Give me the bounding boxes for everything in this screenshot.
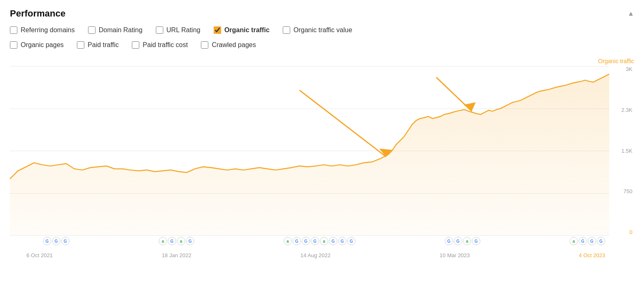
a-badge: a (284, 237, 292, 245)
a-badge: a (570, 237, 578, 245)
checkbox-crawled-pages-label: Crawled pages (212, 41, 256, 49)
checkbox-organic-traffic-label: Organic traffic (224, 26, 270, 34)
chart-y-axis-label: Organic traffic (598, 58, 634, 64)
x-label-mar2023: 10 Mar 2023 (440, 252, 470, 258)
g-badge: G (311, 237, 319, 245)
g-badge: G (588, 237, 596, 245)
x-label-aug2022: 14 Aug 2022 (301, 252, 331, 258)
g-badge: G (329, 237, 337, 245)
a-badge: a (463, 237, 471, 245)
checkbox-organic-traffic[interactable]: Organic traffic (214, 26, 270, 34)
g-badge: G (52, 237, 60, 245)
checkbox-row-2: Organic pages Paid traffic Paid traffic … (10, 41, 634, 54)
svg-line-0 (300, 90, 386, 157)
g-badge: G (61, 237, 69, 245)
checkbox-organic-traffic-value-label: Organic traffic value (293, 26, 352, 34)
checkbox-paid-traffic[interactable]: Paid traffic (77, 41, 119, 49)
checkbox-referring-domains[interactable]: Referring domains (10, 26, 75, 34)
chart-svg (10, 66, 609, 235)
g-badge: G (347, 237, 355, 245)
g-badge: G (293, 237, 301, 245)
g-badge: G (302, 237, 310, 245)
checkbox-crawled-pages-input[interactable] (201, 41, 208, 49)
g-badge: G (597, 237, 605, 245)
x-axis: G G G a G a G a G G G a G G G (10, 235, 609, 260)
g-badge: G (445, 237, 453, 245)
x-label-oct2021: 6 Oct 2021 (26, 252, 53, 258)
chart-area: Organic traffic 3K 2.3K 1.5K 750 0 (10, 58, 634, 260)
checkbox-paid-traffic-label: Paid traffic (88, 41, 119, 49)
x-label-oct2023: 4 Oct 2023 (579, 252, 605, 258)
checkbox-organic-traffic-input[interactable] (214, 26, 221, 34)
checkbox-domain-rating-input[interactable] (88, 26, 95, 34)
checkbox-domain-rating-label: Domain Rating (99, 26, 143, 34)
y-label-2k3: 2.3K (621, 107, 632, 113)
google-badges-aug2022: a G G G a G G G (284, 235, 355, 247)
google-badges-oct2023: a G G G (570, 235, 605, 247)
checkbox-url-rating-input[interactable] (156, 26, 163, 34)
a-badge: a (159, 237, 167, 245)
checkbox-referring-domains-input[interactable] (10, 26, 17, 34)
checkbox-paid-traffic-input[interactable] (77, 41, 84, 49)
g-badge: G (472, 237, 480, 245)
checkbox-crawled-pages[interactable]: Crawled pages (201, 41, 256, 49)
y-label-0: 0 (630, 229, 632, 235)
y-label-3k: 3K (626, 66, 632, 72)
google-badges-mar2023: G G a G (445, 235, 480, 247)
g-badge: G (338, 237, 346, 245)
g-badge: G (43, 237, 51, 245)
checkbox-organic-pages-input[interactable] (10, 41, 17, 49)
checkbox-organic-pages[interactable]: Organic pages (10, 41, 64, 49)
y-axis: 3K 2.3K 1.5K 750 0 (613, 66, 634, 235)
page-header: Performance ▲ (10, 8, 634, 19)
checkbox-referring-domains-label: Referring domains (21, 26, 75, 34)
checkbox-url-rating[interactable]: URL Rating (156, 26, 200, 34)
a-badge: a (320, 237, 328, 245)
checkbox-paid-traffic-cost-label: Paid traffic cost (143, 41, 188, 49)
a-badge: a (177, 237, 185, 245)
checkbox-paid-traffic-cost[interactable]: Paid traffic cost (132, 41, 188, 49)
page-title: Performance (10, 8, 66, 19)
chart-svg-container (10, 66, 609, 235)
collapse-button[interactable]: ▲ (627, 10, 634, 17)
checkbox-paid-traffic-cost-input[interactable] (132, 41, 139, 49)
g-badge: G (454, 237, 462, 245)
checkbox-url-rating-label: URL Rating (167, 26, 200, 34)
checkbox-row-1: Referring domains Domain Rating URL Rati… (10, 26, 634, 39)
y-label-1k5: 1.5K (621, 148, 632, 154)
g-badge: G (186, 237, 194, 245)
checkbox-domain-rating[interactable]: Domain Rating (88, 26, 143, 34)
checkbox-organic-traffic-value[interactable]: Organic traffic value (283, 26, 352, 34)
checkbox-organic-pages-label: Organic pages (21, 41, 64, 49)
g-badge: G (168, 237, 176, 245)
google-badges-jan2022: a G a G (159, 235, 194, 247)
y-label-750: 750 (623, 188, 632, 194)
google-badges-oct2021: G G G (43, 235, 69, 247)
checkbox-organic-traffic-value-input[interactable] (283, 26, 290, 34)
g-badge: G (579, 237, 587, 245)
x-label-jan2022: 18 Jan 2022 (162, 252, 191, 258)
